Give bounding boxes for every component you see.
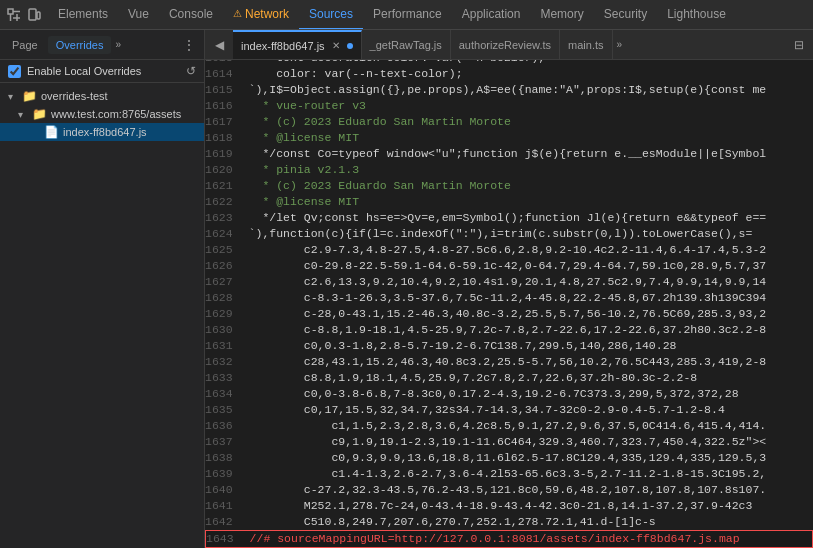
tab-sources[interactable]: Sources <box>299 0 363 30</box>
line-number: 1641 <box>205 498 245 514</box>
svg-rect-0 <box>8 9 13 14</box>
tab-vue[interactable]: Vue <box>118 0 159 30</box>
line-content: C510.8,249.7,207.6,270.7,252.1,278.72.1,… <box>245 514 656 530</box>
line-content: c0,0-3.8-6.8,7-8.3c0,0.17.2-4.3,19.2-6.7… <box>245 386 739 402</box>
tab-security[interactable]: Security <box>594 0 657 30</box>
line-content: //# sourceMappingURL=http://127.0.0.1:80… <box>246 531 740 547</box>
editor-tab-getRawTag[interactable]: _getRawTag.js <box>362 30 451 60</box>
sidebar-tab-overrides[interactable]: Overrides <box>48 36 112 54</box>
line-number: 1618 <box>205 130 245 146</box>
code-line: 1641 M252.1,278.7c-24,0-43.4-18.9-43.4-4… <box>205 498 813 514</box>
reload-icon[interactable]: ↺ <box>186 64 196 78</box>
code-line: 1629 c-28,0-43.1,15.2-46.3,40.8c-3.2,25.… <box>205 306 813 322</box>
tree-item-www-test[interactable]: ▾ 📁 www.test.com:8765/assets <box>0 105 204 123</box>
line-content: c28,43.1,15.2,46.3,40.8c3.2,25.5-5.7,56,… <box>245 354 767 370</box>
line-number: 1623 <box>205 210 245 226</box>
folder-icon: 📁 <box>22 89 37 103</box>
code-line: 1614 color: var(--n-text-color); <box>205 66 813 82</box>
tab-side-left-button[interactable]: ◀ <box>205 30 233 60</box>
tab-label-index-file: index-ff8bd647.js <box>241 40 325 52</box>
sidebar-menu-button[interactable]: ⋮ <box>178 37 200 53</box>
line-number: 1628 <box>205 290 245 306</box>
warning-icon: ⚠ <box>233 8 242 19</box>
top-nav: Elements Vue Console ⚠ Network Sources P… <box>0 0 813 30</box>
line-number: 1627 <box>205 274 245 290</box>
line-number: 1642 <box>205 514 245 530</box>
line-content: * pinia v2.1.3 <box>245 162 359 178</box>
inspect-icon[interactable] <box>6 7 22 23</box>
code-line: 1639 c1.4-1.3,2.6-2.7,3.6-4.2l53-65.6c3.… <box>205 466 813 482</box>
code-line: 1628 c-8.3-1-26.3,3.5-37.6,7.5c-11.2,4-4… <box>205 290 813 306</box>
sidebar-tabs: Page Overrides » ⋮ <box>0 30 204 60</box>
code-line: 1621 * (c) 2023 Eduardo San Martin Morot… <box>205 178 813 194</box>
tree-label-overrides-test: overrides-test <box>41 90 108 102</box>
svg-rect-6 <box>37 12 40 19</box>
tab-memory[interactable]: Memory <box>530 0 593 30</box>
sidebar-tab-page[interactable]: Page <box>4 36 46 54</box>
line-content: c1.4-1.3,2.6-2.7,3.6-4.2l53-65.6c3.3-5,2… <box>245 466 767 482</box>
line-number: 1624 <box>205 226 245 242</box>
line-content: c0,17,15.5,32,34.7,32s34.7-14.3,34.7-32c… <box>245 402 725 418</box>
line-number: 1620 <box>205 162 245 178</box>
tab-network[interactable]: ⚠ Network <box>223 0 299 30</box>
code-line: 1624`),function(c){if(l=c.indexOf(":"),i… <box>205 226 813 242</box>
line-number: 1621 <box>205 178 245 194</box>
code-line: 1618 * @license MIT <box>205 130 813 146</box>
code-editor[interactable]: 1608 ///...,$={smart:.26,medium:.10,larg… <box>205 60 813 548</box>
line-content: c2.6,13.3,9.2,10.4,9.2,10.4s1.9,20.1,4.8… <box>245 274 767 290</box>
line-content: color: var(--n-text-color); <box>245 66 463 82</box>
enable-overrides-label: Enable Local Overrides <box>27 65 141 77</box>
tab-console[interactable]: Console <box>159 0 223 30</box>
line-content: c-8.8,1.9-18.1,4.5-25.9,7.2c-7.8,2.7-22.… <box>245 322 767 338</box>
code-line: 1635 c0,17,15.5,32,34.7,32s34.7-14.3,34.… <box>205 402 813 418</box>
code-line: 1634 c0,0-3.8-6.8,7-8.3c0,0.17.2-4.3,19.… <box>205 386 813 402</box>
tab-lighthouse[interactable]: Lighthouse <box>657 0 736 30</box>
sidebar: Page Overrides » ⋮ Enable Local Override… <box>0 30 205 548</box>
tab-elements[interactable]: Elements <box>48 0 118 30</box>
tree-item-overrides-test[interactable]: ▾ 📁 overrides-test <box>0 87 204 105</box>
line-content: c0-29.8-22.5-59.1-64.6-59.1c-42,0-64.7,2… <box>245 258 767 274</box>
right-panel: ◀ index-ff8bd647.js ✕ _getRawTag.js auth… <box>205 30 813 548</box>
code-line: 1619 */const Co=typeof window<"u";functi… <box>205 146 813 162</box>
tabs-more-chevron[interactable]: » <box>613 39 627 50</box>
tab-performance[interactable]: Performance <box>363 0 452 30</box>
line-content: * (c) 2023 Eduardo San Martin Morote <box>245 178 511 194</box>
line-number: 1615 <box>205 82 245 98</box>
enable-overrides-option: Enable Local Overrides ↺ <box>0 60 204 83</box>
line-number: 1614 <box>205 66 245 82</box>
line-number: 1622 <box>205 194 245 210</box>
line-number: 1616 <box>205 98 245 114</box>
tab-application[interactable]: Application <box>452 0 531 30</box>
line-number: 1619 <box>205 146 245 162</box>
code-line: 1616 * vue-router v3 <box>205 98 813 114</box>
editor-tab-authorizeReview[interactable]: authorizeReview.ts <box>451 30 560 60</box>
editor-tab-main[interactable]: main.ts <box>560 30 612 60</box>
line-number: 1640 <box>205 482 245 498</box>
code-line: 1643//# sourceMappingURL=http://127.0.0.… <box>205 530 813 548</box>
line-content: `),function(c){if(l=c.indexOf(":"),i=tri… <box>245 226 753 242</box>
line-number: 1617 <box>205 114 245 130</box>
line-content: c9,1.9,19.1-2.3,19.1-11.6C464,329.3,460.… <box>245 434 767 450</box>
line-number: 1630 <box>205 322 245 338</box>
tab-network-label: Network <box>245 7 289 21</box>
line-number: 1625 <box>205 242 245 258</box>
tab-label-authorizeReview: authorizeReview.ts <box>459 39 551 51</box>
code-line: 1626 c0-29.8-22.5-59.1-64.6-59.1c-42,0-6… <box>205 258 813 274</box>
line-content: c1,1.5,2.3,2.8,3.6,4.2c8.5,9.1,27.2,9.6,… <box>245 418 767 434</box>
code-line: 1617 * (c) 2023 Eduardo San Martin Morot… <box>205 114 813 130</box>
tab-modified-dot <box>347 43 353 49</box>
tab-label-main: main.ts <box>568 39 603 51</box>
editor-panel-icon[interactable]: ⊟ <box>785 30 813 60</box>
tab-close-icon[interactable]: ✕ <box>332 40 340 51</box>
code-line: 1632 c28,43.1,15.2,46.3,40.8c3.2,25.5-5.… <box>205 354 813 370</box>
code-line: 1630 c-8.8,1.9-18.1,4.5-25.9,7.2c-7.8,2.… <box>205 322 813 338</box>
editor-tab-index-file[interactable]: index-ff8bd647.js ✕ <box>233 30 362 60</box>
device-icon[interactable] <box>26 7 42 23</box>
tree-item-index-file[interactable]: ▾ 📄 index-ff8bd647.js <box>0 123 204 141</box>
enable-overrides-checkbox[interactable] <box>8 65 21 78</box>
tree-label-www-test: www.test.com:8765/assets <box>51 108 181 120</box>
code-line: 1631 c0,0.3-1.8,2.8-5.7-19.2-6.7C138.7,2… <box>205 338 813 354</box>
code-line: 1620 * pinia v2.1.3 <box>205 162 813 178</box>
code-line: 1627 c2.6,13.3,9.2,10.4,9.2,10.4s1.9,20.… <box>205 274 813 290</box>
tab-label-getRawTag: _getRawTag.js <box>370 39 442 51</box>
